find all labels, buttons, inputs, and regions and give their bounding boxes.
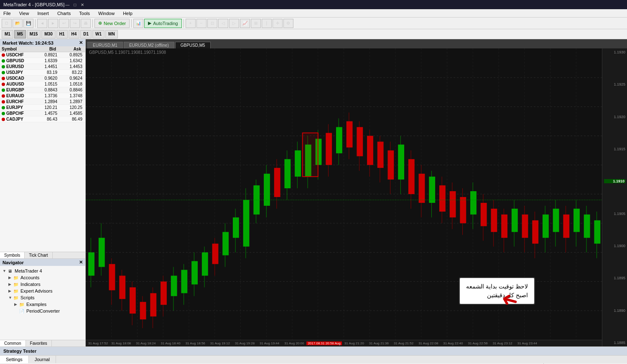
nav-tab-common[interactable]: Common: [0, 340, 26, 346]
tb-save[interactable]: 💾: [23, 19, 33, 28]
tf-d1[interactable]: D1: [80, 30, 92, 38]
toolbar1: 🗋 📂 💾 ◄ ► ↩ ↪ 🖶 ⊕ New Order 📊 ▶ AutoTrad…: [0, 18, 627, 29]
tf-w1[interactable]: W1: [92, 30, 104, 38]
time-1856: 31 Aug 18:56: [183, 341, 208, 345]
tb-back[interactable]: ◄: [37, 19, 47, 28]
list-item[interactable]: EURJPY 120.21 120.25: [0, 105, 85, 111]
tb-scroll-left[interactable]: ◁: [218, 19, 228, 28]
list-item[interactable]: EURCHF 1.2894 1.2897: [0, 99, 85, 105]
time-1752: 31 Aug 17:52: [87, 341, 109, 345]
maximize-btn[interactable]: □: [72, 2, 78, 8]
tree-item-metatrader-4[interactable]: ▼ 🖥 MetaTrader 4: [2, 268, 84, 274]
price-1925: 1.1925: [604, 82, 625, 86]
tb-options[interactable]: ⚙: [283, 19, 293, 28]
list-item[interactable]: USDCHF 0.8921 0.8925: [0, 52, 85, 58]
tb-new-order[interactable]: ⊕ New Order: [94, 19, 130, 28]
tb-forward[interactable]: ►: [48, 19, 58, 28]
tf-m15[interactable]: M15: [27, 30, 41, 38]
tb-undo[interactable]: ↩: [59, 19, 69, 28]
market-watch-close[interactable]: ✕: [79, 40, 83, 46]
tb-autotrading[interactable]: ▶ AutoTrading: [144, 19, 182, 28]
tb-scroll-right[interactable]: ▷: [229, 19, 239, 28]
tb-crosshair[interactable]: ✛: [273, 19, 283, 28]
tf-mn[interactable]: MN: [105, 30, 118, 38]
tf-h4[interactable]: H4: [69, 30, 80, 38]
mw-tab-tick[interactable]: Tick Chart: [25, 252, 52, 258]
list-item[interactable]: GBPCHF 1.4575 1.4585: [0, 111, 85, 116]
tree-item-scripts[interactable]: ▼ 📁 Scripts: [2, 294, 84, 301]
tree-item-accounts[interactable]: ▶ 📁 Accounts: [2, 274, 84, 281]
symbol-name: EURUSD: [6, 64, 32, 69]
tab-gbpusd-m5[interactable]: GBPUSD,M5: [175, 42, 211, 48]
list-item[interactable]: EURUSD 1.4451 1.4453: [0, 64, 85, 70]
menu-insert[interactable]: Insert: [36, 11, 51, 16]
tb-templates[interactable]: ⊞: [251, 19, 261, 28]
st-header[interactable]: Strategy Tester: [0, 347, 627, 355]
tree-item-periodconverter[interactable]: 📄 PeriodConverter: [2, 308, 84, 314]
market-watch-title: Market Watch: 16:24:53 ✕: [0, 39, 85, 46]
time-1912: 31 Aug 19:12: [208, 341, 232, 345]
menu-charts[interactable]: Charts: [56, 11, 72, 16]
tb-new[interactable]: 🗋: [2, 19, 12, 28]
ask-price: 1.3748: [57, 94, 82, 98]
tree-arrow: ▶: [8, 282, 13, 286]
mw-tabs: Symbols Tick Chart: [0, 252, 85, 258]
tree-icon: 📁: [13, 288, 19, 294]
navigator: Navigator ✕ ▼ 🖥 MetaTrader 4 ▶ 📁 Account…: [0, 259, 85, 346]
status-dot: [2, 94, 5, 98]
tab-eurusd-m1[interactable]: EURUSD,M1: [87, 42, 123, 48]
tree-arrow: ▶: [8, 289, 13, 293]
list-item[interactable]: CADJPY 86.43 86.49: [0, 116, 85, 122]
tf-h1[interactable]: H1: [56, 30, 68, 38]
svg-rect-56: [222, 232, 229, 255]
tb-period-sep[interactable]: |: [262, 19, 272, 28]
window-controls[interactable]: — □ ✕: [64, 2, 85, 8]
chart-canvas[interactable]: GBPUSD,M5 1.19071.19081.19071.1908 1.193…: [86, 48, 627, 346]
svg-rect-124: [573, 209, 580, 232]
tb-redo[interactable]: ↪: [70, 19, 80, 28]
new-order-label: New Order: [104, 21, 126, 26]
list-item[interactable]: USDCAD 0.9620 0.9624: [0, 76, 85, 81]
tb-zoom-in[interactable]: +: [186, 19, 196, 28]
tb-print[interactable]: 🖶: [81, 19, 91, 28]
st-tab-settings[interactable]: Settings: [0, 356, 29, 363]
list-item[interactable]: EURAUD 1.3736 1.3748: [0, 93, 85, 99]
tree-item-expert-advisors[interactable]: ▶ 📁 Expert Advisors: [2, 288, 84, 294]
time-2312: 31 Aug 23:12: [490, 341, 515, 345]
menu-file[interactable]: File: [2, 11, 13, 16]
tf-m30[interactable]: M30: [41, 30, 55, 38]
minimize-btn[interactable]: —: [64, 2, 70, 8]
price-1920: 1.1920: [604, 115, 625, 119]
svg-rect-48: [181, 270, 187, 293]
menu-help[interactable]: Help: [121, 11, 134, 16]
tb-chart-type[interactable]: 📊: [133, 19, 143, 28]
tb-zoom-out[interactable]: −: [196, 19, 206, 28]
list-item[interactable]: USDJPY 83.19 83.22: [0, 70, 85, 76]
svg-rect-34: [109, 264, 115, 291]
tb-indicators[interactable]: 📈: [240, 19, 250, 28]
nav-tab-favorites[interactable]: Favorites: [26, 340, 52, 346]
tree-item-examples[interactable]: ▶ 📁 Examples: [2, 301, 84, 308]
tb-fit[interactable]: ⊡: [207, 19, 217, 28]
market-watch: Market Watch: 16:24:53 ✕ Symbol Bid Ask …: [0, 39, 85, 259]
tb-open[interactable]: 📂: [13, 19, 23, 28]
tf-m1[interactable]: M1: [2, 30, 13, 38]
tab-eurusd-m2[interactable]: EURUSD,M2 (offline): [124, 42, 174, 48]
navigator-close[interactable]: ✕: [79, 260, 83, 265]
menu-tools[interactable]: Tools: [77, 11, 92, 16]
time-1824: 31 Aug 18:24: [133, 341, 158, 345]
list-item[interactable]: EURGBP 0.8843 0.8846: [0, 87, 85, 93]
list-item[interactable]: GBPUSD 1.6339 1.6342: [0, 58, 85, 64]
menu-view[interactable]: View: [18, 11, 31, 16]
st-title: Strategy Tester: [3, 349, 36, 354]
symbol-name: EURAUD: [6, 94, 32, 98]
mw-tab-symbols[interactable]: Symbols: [0, 252, 25, 258]
menu-window[interactable]: Window: [97, 11, 116, 16]
main-layout: Market Watch: 16:24:53 ✕ Symbol Bid Ask …: [0, 39, 627, 346]
tree-item-indicators[interactable]: ▶ 📁 Indicators: [2, 281, 84, 288]
list-item[interactable]: AUDUSD 1.0515 1.0518: [0, 81, 85, 87]
svg-rect-70: [295, 150, 301, 177]
st-tab-journal[interactable]: Journal: [29, 356, 56, 363]
close-btn[interactable]: ✕: [79, 2, 85, 8]
tf-m5[interactable]: M5: [14, 30, 26, 38]
